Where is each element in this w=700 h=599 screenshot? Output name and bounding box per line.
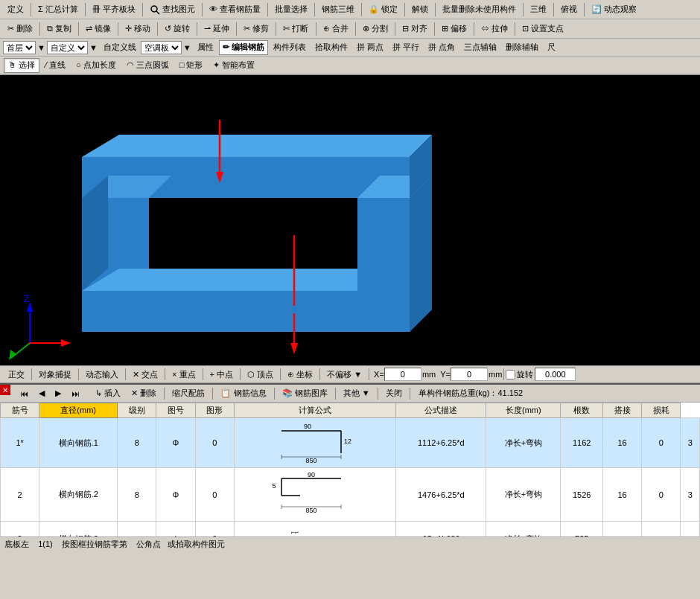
rebar-3d-btn[interactable]: 钢筋三维	[318, 1, 358, 18]
nav-last-btn[interactable]: ⏭	[67, 386, 84, 401]
set-pivot-btn[interactable]: ⊡ 设置支点	[518, 21, 567, 37]
batch-delete-btn[interactable]: 批量删除未使用构件	[439, 1, 520, 18]
scale-config-btn[interactable]: 缩尺配筋	[168, 386, 209, 401]
component-list-btn[interactable]: 构件列表	[270, 40, 310, 55]
cell-figure: 90 5 850	[234, 468, 395, 522]
lock-btn[interactable]: 🔒 锁定	[365, 1, 401, 18]
3d-btn[interactable]: 三维	[526, 1, 550, 18]
align-btn[interactable]: ⊟ 对齐	[398, 21, 431, 37]
x-input[interactable]	[384, 368, 421, 381]
property-btn[interactable]: 属性	[194, 40, 217, 55]
merge-btn[interactable]: ⊕ 合并	[319, 21, 352, 37]
ruler-btn[interactable]: 尺	[544, 40, 559, 55]
rotate-input[interactable]	[535, 368, 576, 381]
two-point-btn[interactable]: 拼 两点	[353, 40, 387, 55]
col-diameter[interactable]: 直径(mm)	[39, 403, 118, 418]
sep-r2-13	[515, 22, 515, 36]
rotate-checkbox[interactable]	[506, 370, 515, 379]
col-loss: 损耗	[642, 403, 681, 418]
table-row[interactable]: 1* 横向钢筋.1 8 Φ 0 90 12	[1, 418, 700, 468]
nav-next-btn[interactable]: ▶	[51, 386, 66, 401]
break-btn[interactable]: ✄ 打断	[279, 21, 312, 37]
stretch-btn[interactable]: ⇔ 拉伸	[477, 21, 512, 37]
type-select[interactable]: 自定义	[47, 41, 88, 54]
x-label: X=	[374, 370, 384, 379]
coord-snap[interactable]: ⊕ 坐标	[283, 367, 317, 382]
panel-close-btn[interactable]: ✕	[0, 385, 10, 395]
center-snap[interactable]: + 中点	[206, 367, 238, 382]
cell-overlap	[642, 522, 681, 537]
insert-btn[interactable]: ↳ 插入	[91, 386, 125, 401]
top-view-btn[interactable]: 俯视	[557, 1, 581, 18]
split-btn[interactable]: ⊗ 分割	[359, 21, 392, 37]
move-btn[interactable]: ✛ 移动	[121, 21, 154, 37]
delete-axis-btn[interactable]: 删除辅轴	[502, 40, 542, 55]
trim-btn[interactable]: ✂ 修剪	[240, 21, 273, 37]
object-snap-btn[interactable]: 对象捕捉	[34, 367, 76, 382]
other-btn[interactable]: 其他 ▼	[339, 386, 375, 401]
offset-btn[interactable]: ⊞ 偏移	[438, 21, 471, 37]
close-btn[interactable]: 关闭	[381, 386, 407, 401]
table-row[interactable]: 3 横向钢筋.3 Φ 0 ⌐⌐ JC+1L680 净长+弯钩 735	[1, 522, 700, 537]
point-length-btn[interactable]: ○ 点加长度	[71, 58, 121, 73]
three-point-arc-btn[interactable]: ◠ 三点圆弧	[122, 58, 174, 73]
y-input[interactable]	[451, 368, 488, 381]
sep12	[584, 3, 585, 16]
sep-r2-8	[316, 22, 316, 36]
edit-rebar-btn[interactable]: ✏ 编辑钢筋	[219, 40, 268, 55]
copy-btn[interactable]: ⧉ 复制	[43, 21, 75, 37]
view-rebar-btn[interactable]: 👁 查看钢筋量	[206, 1, 264, 18]
mirror-btn[interactable]: ⇌ 镜像	[82, 21, 115, 37]
select-mode-btn[interactable]: 🖱 选择	[4, 58, 39, 73]
dynamic-input-btn[interactable]: 动态输入	[81, 367, 123, 382]
ortho-btn[interactable]: 正交	[4, 367, 29, 382]
find-elem-btn[interactable]: 查找图元	[146, 1, 199, 18]
sep-r2-9	[355, 22, 356, 36]
stat-sep6	[240, 368, 241, 380]
define-btn[interactable]: 定义	[4, 1, 28, 18]
intersection-snap[interactable]: ✕ 交点	[128, 367, 162, 382]
no-offset-btn[interactable]: 不偏移 ▼	[322, 367, 366, 382]
extend-btn[interactable]: ⇀ 延伸	[200, 21, 233, 37]
sep1	[31, 3, 31, 16]
sep11	[553, 3, 554, 16]
nav-prev-btn[interactable]: ◀	[34, 386, 49, 401]
cell-figno: 0	[195, 468, 234, 522]
cell-figure: 90 12 850	[234, 418, 395, 468]
delete-btn[interactable]: ✂ 删除	[4, 21, 36, 37]
nav-first-btn[interactable]: ⏮	[16, 386, 33, 401]
smart-layout-btn[interactable]: ✦ 智能布置	[209, 58, 259, 73]
level-board-btn[interactable]: 冊 平齐板块	[89, 1, 139, 18]
point-angle-btn[interactable]: 拼 点角	[424, 40, 459, 55]
cell-length: 1162	[561, 418, 602, 468]
component-select[interactable]: 空调板	[141, 41, 182, 54]
sum-calc-btn[interactable]: Σ 汇总计算	[34, 1, 82, 18]
rotate-btn[interactable]: ↺ 旋转	[161, 21, 194, 37]
rebar-library-btn[interactable]: 📚 钢筋图库	[278, 386, 332, 401]
floor-select[interactable]: 首层	[3, 41, 36, 54]
cell-overlap: 0	[642, 418, 681, 468]
sep-r2-5	[197, 22, 197, 36]
unlock-btn[interactable]: 解锁	[408, 1, 432, 18]
parallel-btn[interactable]: 拼 平行	[389, 40, 423, 55]
delete-row-btn[interactable]: ✕ 删除	[127, 386, 161, 401]
pick-component-btn[interactable]: 拾取构件	[311, 40, 351, 55]
table-container[interactable]: 筋号 直径(mm) 级别 图号 图形 计算公式 公式描述 长度(mm) 根数 搭…	[0, 403, 700, 536]
batch-select-btn[interactable]: 批量选择	[271, 1, 311, 18]
svg-point-0	[151, 6, 157, 12]
table-row[interactable]: 2 横向钢筋.2 8 Φ 0 90 5	[1, 468, 700, 522]
rect-btn[interactable]: □ 矩形	[175, 58, 208, 73]
y-label: Y=	[440, 370, 451, 379]
line-btn[interactable]: ⁄ 直线	[41, 58, 70, 73]
dynamic-view-btn[interactable]: 🔄 动态观察	[588, 1, 640, 18]
three-point-axis-btn[interactable]: 三点辅轴	[460, 40, 500, 55]
rebar-info-btn[interactable]: 📋 钢筋信息	[216, 386, 270, 401]
cell-grade: Φ	[156, 522, 195, 537]
vertex-snap[interactable]: ⬡ 顶点	[243, 367, 278, 382]
midpoint-snap[interactable]: × 重点	[168, 367, 200, 382]
cell-name: 横向钢筋.3	[39, 522, 118, 537]
svg-marker-9	[82, 291, 410, 332]
3d-viewport[interactable]: Z	[0, 75, 700, 365]
search-icon	[150, 4, 160, 15]
custom-line-btn[interactable]: 自定义线	[100, 40, 140, 55]
